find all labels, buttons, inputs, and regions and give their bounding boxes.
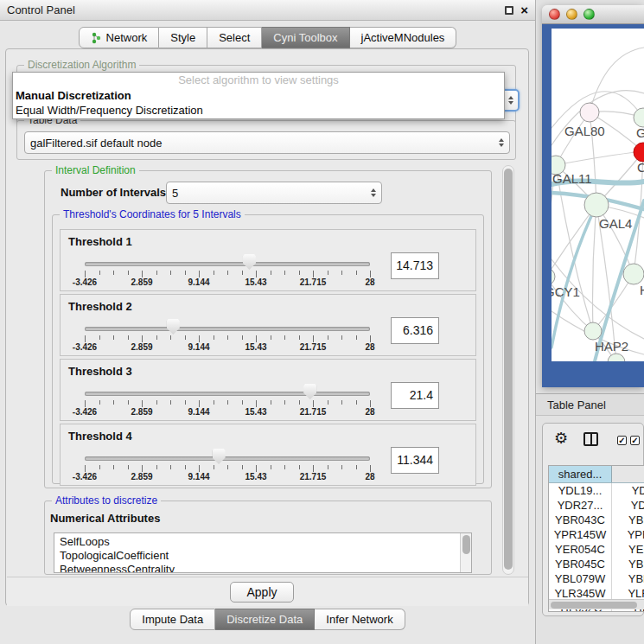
network-node-gal80[interactable] [580, 103, 599, 122]
network-edge[interactable] [590, 48, 644, 112]
network-node-gcy1[interactable] [552, 268, 555, 285]
threshold-value-field[interactable]: 6.316 [391, 317, 439, 344]
apply-button[interactable]: Apply [230, 582, 294, 603]
network-edge[interactable] [552, 205, 596, 277]
tab-infer-network[interactable]: Infer Network [315, 609, 405, 630]
network-node-hap2[interactable] [584, 322, 602, 340]
threshold-slider-thumb[interactable] [243, 254, 256, 270]
network-canvas[interactable]: GAL80GCGAL11GAL4GCY1HHAP2 [552, 29, 644, 361]
tab-network[interactable]: Network [79, 27, 160, 48]
table-row[interactable]: YDR27...YDR27... [549, 498, 644, 513]
list-item-betweennesscentrality[interactable]: BetweennessCentrality [60, 563, 471, 573]
network-node-c[interactable] [634, 143, 644, 162]
zoom-traffic-light-icon[interactable] [583, 9, 595, 20]
attributes-legend: Attributes to discretize [52, 494, 161, 507]
network-node-label: GAL80 [564, 124, 605, 138]
columns-layout-icon[interactable] [583, 432, 598, 446]
num-intervals-combobox[interactable]: 5 [166, 182, 382, 204]
tab-cyni-toolbox[interactable]: Cyni Toolbox [262, 27, 349, 48]
numerical-attributes-list[interactable]: SelfLoopsTopologicalCoefficientBetweenne… [54, 532, 472, 573]
list-item-selfloops[interactable]: SelfLoops [60, 535, 471, 549]
network-window: GAL80GCGAL11GAL4GCY1HHAP2 [542, 5, 644, 387]
table-row[interactable]: YBR045CYBR045C [549, 557, 644, 571]
table-cell[interactable]: YBL079W [549, 571, 612, 586]
table-cell[interactable]: YBR043C [549, 513, 612, 527]
threshold-slider-thumb[interactable] [167, 319, 180, 335]
checkbox-icon[interactable]: ✓ [617, 436, 627, 445]
table-cell[interactable]: YPR145W [612, 527, 644, 542]
threshold-value-field[interactable]: 11.344 [391, 447, 439, 474]
table-data-group: Table Data galFiltered.sif default node [16, 120, 516, 160]
table-cell[interactable]: YBR045C [549, 557, 612, 571]
table-cell[interactable]: YBL079W [612, 571, 644, 586]
network-edge[interactable] [556, 151, 643, 165]
threshold-label: Threshold 2 [68, 300, 132, 313]
table-cell[interactable]: YDL19... [549, 483, 612, 498]
tab-impute-data[interactable]: Impute Data [130, 609, 215, 630]
interval-definition-group: Interval Definition Number of Intervals … [44, 170, 492, 488]
settings-scrollbar-thumb[interactable] [504, 169, 513, 570]
dropdown-option-equal-width-frequency[interactable]: Equal Width/Frequency Discretization [13, 103, 504, 118]
network-node-label: GCY1 [552, 284, 580, 299]
threshold-slider-thumb[interactable] [213, 449, 226, 464]
control-panel: Control Panel × NetworkStyleSelectCyni T… [0, 0, 536, 644]
table-data-combobox[interactable]: galFiltered.sif default node [24, 131, 510, 154]
tab-select[interactable]: Select [207, 27, 262, 48]
attributes-list-scrollbar[interactable] [460, 533, 471, 572]
network-node-g[interactable] [634, 108, 644, 127]
table-scrollbar-thumb[interactable] [551, 602, 637, 609]
threshold-slider-track[interactable] [85, 456, 370, 461]
table-cell[interactable]: YBR045C [612, 557, 644, 571]
tab-label: Cyni Toolbox [273, 31, 337, 44]
table-cell[interactable]: YER054C [612, 542, 644, 557]
table-panel: ⚙ ✓ ✓ shared...naYDL19...YDL19...YDR27..… [542, 423, 644, 616]
threshold-value-field[interactable]: 21.4 [391, 382, 439, 409]
thresholds-legend: Threshold's Coordinates for 5 Intervals [60, 208, 245, 220]
float-window-icon[interactable] [505, 6, 513, 15]
num-intervals-label: Number of Intervals [61, 186, 166, 199]
gear-icon[interactable]: ⚙ [554, 430, 568, 446]
list-item-topologicalcoefficient[interactable]: TopologicalCoefficient [60, 549, 471, 563]
network-edge[interactable] [593, 205, 597, 331]
minimize-traffic-light-icon[interactable] [566, 9, 577, 20]
dropdown-option-manual-discretization[interactable]: Manual Discretization [13, 88, 504, 103]
tab-jactivemnodules[interactable]: jActiveMNodules [350, 27, 457, 48]
network-node-h[interactable] [623, 264, 644, 284]
table-panel-titlebar[interactable]: Table Panel [536, 393, 644, 416]
table-cell[interactable]: YBR043C [612, 513, 644, 527]
threshold-slider-thumb[interactable] [303, 384, 316, 399]
table-cell[interactable]: YER054C [549, 542, 612, 557]
dropdown-hint-option[interactable]: Select algorithm to view settings [13, 73, 504, 88]
table-cell[interactable]: YPR145W [549, 527, 612, 542]
close-icon[interactable]: × [520, 6, 528, 15]
threshold-slider-track[interactable] [85, 327, 370, 331]
table-horizontal-scrollbar[interactable] [549, 599, 644, 609]
node-attribute-table: shared...naYDL19...YDL19...YDR27...YDR27… [548, 465, 644, 612]
network-node-gal4[interactable] [584, 193, 609, 217]
table-data-combobox-value: galFiltered.sif default node [30, 137, 494, 150]
threshold-slider-track[interactable] [85, 392, 370, 396]
close-traffic-light-icon[interactable] [549, 9, 560, 20]
settings-scrollbar[interactable] [502, 165, 514, 575]
network-frame: GAL80GCGAL11GAL4GCY1HHAP2 [542, 24, 644, 387]
tab-style[interactable]: Style [159, 27, 207, 48]
table-row[interactable]: YPR145WYPR145W [549, 527, 644, 542]
table-cell[interactable]: YDR27... [549, 498, 612, 513]
table-cell[interactable]: YDL19... [612, 483, 644, 498]
threshold-value-field[interactable]: 14.713 [391, 252, 439, 279]
table-cell[interactable]: YDR27... [612, 498, 644, 513]
table-row[interactable]: YER054CYER054C [549, 542, 644, 557]
network-window-titlebar[interactable] [542, 5, 644, 24]
table-panel-title: Table Panel [547, 399, 606, 411]
checkbox-icon[interactable]: ✓ [630, 436, 640, 445]
tab-discretize-data[interactable]: Discretize Data [215, 609, 315, 630]
table-row[interactable]: YBR043CYBR043C [549, 513, 644, 527]
threshold-slider-track[interactable] [85, 262, 370, 266]
network-node[interactable] [608, 354, 625, 361]
column-header-2[interactable]: na [612, 466, 644, 482]
num-intervals-value: 5 [172, 187, 366, 200]
tab-label: Style [170, 31, 195, 44]
column-header-1[interactable]: shared... [549, 466, 612, 482]
table-row[interactable]: YDL19...YDL19... [549, 483, 644, 498]
table-row[interactable]: YBL079WYBL079W [549, 571, 644, 586]
